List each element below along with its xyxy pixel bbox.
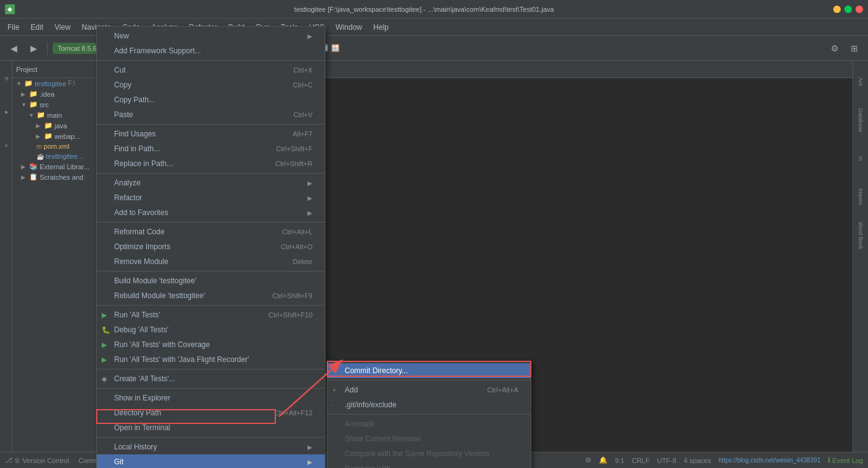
folder-icon-idea: 📁	[29, 90, 38, 98]
sm-commit-directory[interactable]: Commit Directory...	[327, 363, 531, 378]
folder-icon-webapp: 📁	[44, 132, 53, 140]
cm-optimize[interactable]: Optimize Imports Ctrl+Alt+O	[97, 239, 325, 254]
cm-remove-module-label: Remove Module	[114, 257, 168, 266]
tree-label-webapp: webap...	[55, 133, 81, 140]
maximize-button[interactable]	[844, 6, 852, 13]
window-controls[interactable]	[833, 6, 863, 13]
tree-arrow-java: ▶	[36, 123, 42, 129]
close-button[interactable]	[856, 6, 863, 13]
cm-local-history-label: Local History	[114, 443, 157, 451]
gitinfo-icon: ·	[332, 401, 334, 408]
right-sidebar-maven[interactable]: Maven	[854, 179, 867, 216]
flight-icon: ▶	[102, 356, 107, 364]
cm-find-in-path-label: Find in Path...	[114, 144, 160, 153]
rail-favorites[interactable]: ★	[1, 97, 12, 128]
right-sidebar-ant[interactable]: Ant	[854, 63, 867, 100]
cm-add-framework-label: Add Framework Support...	[114, 46, 201, 55]
menu-file[interactable]: File	[2, 20, 24, 34]
status-crlf: CRLF	[632, 457, 650, 464]
tree-label-idea: .idea	[40, 91, 55, 98]
cm-rebuild-module[interactable]: Rebuild Module 'testtogitee' Ctrl+Shift+…	[97, 288, 325, 303]
tree-label-java: java	[55, 122, 67, 130]
cm-optimize-label: Optimize Imports	[114, 242, 170, 251]
layout-icon[interactable]: ⊞	[846, 40, 863, 57]
tree-arrow-scratches: ▶	[21, 174, 27, 180]
cm-reformat-shortcut: Ctrl+Alt+L	[282, 228, 312, 236]
run-icon: ▶	[102, 311, 107, 319]
cm-reformat[interactable]: Reformat Code Ctrl+Alt+L	[97, 224, 325, 239]
tree-arrow-external: ▶	[21, 164, 27, 170]
cm-add-favorites[interactable]: Add to Favorites ▶	[97, 205, 325, 220]
menu-help[interactable]: Help	[368, 20, 394, 34]
cm-run-flight-label: Run 'All Tests' with 'Java Flight Record…	[114, 355, 249, 364]
cm-paste[interactable]: Paste Ctrl+V	[97, 107, 325, 122]
folder-icon-java: 📁	[44, 121, 53, 130]
cm-run-flight[interactable]: ▶ Run 'All Tests' with 'Java Flight Reco…	[97, 352, 325, 367]
toolbar-forward[interactable]: ▶	[25, 40, 42, 57]
sm-add-label: Add	[345, 386, 358, 394]
cm-find-in-path[interactable]: Find in Path... Ctrl+Shift+F	[97, 141, 325, 156]
cm-reformat-label: Reformat Code	[114, 227, 164, 236]
cm-sep-9	[97, 437, 325, 438]
cm-create-tests-label: Create 'All Tests'...	[114, 374, 175, 383]
sm-add[interactable]: + Add Ctrl+Alt+A	[327, 382, 531, 397]
minimize-button[interactable]	[833, 6, 841, 13]
cm-run-coverage[interactable]: ▶ Run 'All Tests' with Coverage	[97, 337, 325, 352]
cm-copy[interactable]: Copy Ctrl+C	[97, 77, 325, 92]
right-sidebar-wordbook[interactable]: Word Book	[854, 217, 867, 254]
right-sidebar-database[interactable]: Database	[854, 102, 867, 139]
sm-sep-2	[327, 414, 531, 415]
cm-create-tests[interactable]: ◆ Create 'All Tests'...	[97, 371, 325, 386]
java-icon: ☕	[37, 153, 44, 160]
cm-debug-tests[interactable]: 🐛 Debug 'All Tests'	[97, 322, 325, 337]
menu-view[interactable]: View	[50, 20, 76, 34]
cm-cut-shortcut: Ctrl+X	[293, 66, 312, 74]
sm-gitinfo-exclude[interactable]: · .git/info/exclude	[327, 397, 531, 412]
cm-replace-in-path[interactable]: Replace in Path... Ctrl+Shift+R	[97, 156, 325, 171]
sm-show-current-rev: Show Current Revision	[327, 431, 531, 446]
sm-compare-with-label: Compare with...	[345, 464, 397, 468]
tree-arrow-webapp: ▶	[36, 133, 42, 139]
cm-refactor-arrow: ▶	[308, 195, 312, 201]
cm-analyze[interactable]: Analyze ▶	[97, 175, 325, 190]
cm-git-label: Git	[114, 457, 123, 466]
cm-copy-shortcut: Ctrl+C	[293, 81, 312, 89]
cm-refactor[interactable]: Refactor ▶	[97, 190, 325, 205]
cm-directory-path[interactable]: Directory Path Ctrl+Alt+F12	[97, 405, 325, 420]
folder-icon-scratches: 📋	[29, 173, 38, 181]
folder-icon-external: 📚	[29, 162, 38, 170]
cm-run-tests[interactable]: ▶ Run 'All Tests' Ctrl+Shift+F10	[97, 307, 325, 322]
event-log-label: Event Log	[832, 457, 863, 464]
cm-rebuild-shortcut: Ctrl+Shift+F9	[272, 292, 312, 299]
settings-icon[interactable]: ⚙	[826, 40, 843, 57]
cm-refactor-label: Refactor	[114, 193, 142, 202]
cm-sep-3	[97, 173, 325, 174]
cm-new[interactable]: New ▶	[97, 29, 325, 43]
cm-copy-path[interactable]: Copy Path...	[97, 92, 325, 107]
menu-window[interactable]: Window	[330, 20, 367, 34]
cm-find-usages[interactable]: Find Usages Alt+F7	[97, 126, 325, 141]
cm-remove-module[interactable]: Remove Module Delete	[97, 254, 325, 269]
folder-icon-root: 📁	[24, 79, 33, 87]
event-log[interactable]: ℹ Event Log	[828, 456, 863, 464]
cm-cut[interactable]: Cut Ctrl+X	[97, 63, 325, 77]
toolbar-back[interactable]: ◀	[5, 40, 22, 57]
menu-edit[interactable]: Edit	[25, 20, 48, 34]
cm-add-framework[interactable]: Add Framework Support...	[97, 43, 325, 58]
cm-local-history[interactable]: Local History ▶	[97, 439, 325, 454]
right-sidebar-m[interactable]: m	[854, 140, 867, 177]
cm-open-terminal[interactable]: Open in Terminal	[97, 420, 325, 435]
version-control-icon: ⎇	[5, 456, 13, 464]
cm-add-favorites-arrow: ▶	[308, 210, 312, 216]
tomcat-label: Tomcat 8.5.60	[58, 45, 100, 52]
cm-debug-tests-label: Debug 'All Tests'	[114, 325, 169, 334]
cm-build-module[interactable]: Build Module 'testtogitee'	[97, 273, 325, 288]
status-settings[interactable]: ⚙	[585, 456, 591, 464]
cm-show-explorer[interactable]: Show in Explorer	[97, 391, 325, 405]
rail-structure[interactable]: ≡	[1, 130, 12, 161]
status-notifications[interactable]: 🔔	[599, 456, 608, 464]
cm-git[interactable]: Git ▶	[97, 454, 325, 468]
sm-annotate: Annotate	[327, 417, 531, 431]
title-bar: ◆ testtogitee [F:\java_workspace\testtog…	[0, 0, 868, 19]
rail-project[interactable]: P	[1, 63, 12, 94]
